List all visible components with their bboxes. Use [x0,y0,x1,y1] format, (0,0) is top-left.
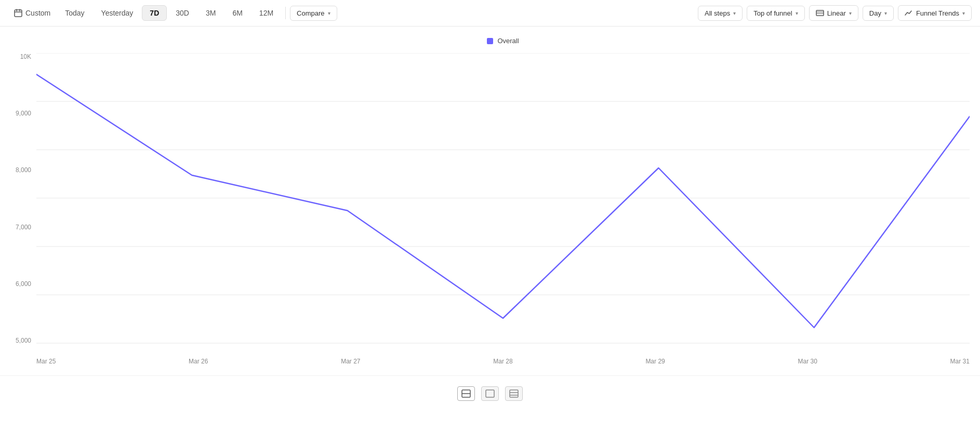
view-controls [0,375,980,411]
6m-button[interactable]: 6M [224,5,250,21]
chart-legend: Overall [36,37,970,45]
6m-label: 6M [232,9,242,17]
split-view-icon [461,389,471,398]
day-chevron-icon: ▾ [884,10,887,16]
toolbar: Custom Today Yesterday 7D 30D 3M 6M 12M … [0,0,980,27]
today-label: Today [65,9,84,17]
compare-label: Compare [297,9,324,17]
day-label: Day [869,9,881,17]
calendar-button[interactable]: Custom [8,5,56,21]
compare-chevron-icon: ▾ [328,10,330,16]
12m-label: 12M [259,9,273,17]
linear-label: Linear [827,9,846,17]
linear-dropdown[interactable]: Linear ▾ [809,5,858,21]
funnel-trends-icon [905,9,913,17]
all-steps-label: All steps [705,9,730,17]
y-label-9000: 9,000 [5,110,31,117]
all-steps-dropdown[interactable]: All steps ▾ [698,6,743,21]
chart-line [36,74,970,328]
x-label-mar31: Mar 31 [950,358,970,365]
7d-label: 7D [150,9,159,17]
toolbar-divider [285,7,286,19]
single-view-icon [485,389,495,398]
time-range-controls: Custom Today Yesterday 7D 30D 3M 6M 12M … [8,5,337,21]
line-chart-wrapper: 10K 9,000 8,000 7,000 6,000 5,000 Mar 25… [36,53,970,344]
x-label-mar26: Mar 26 [189,358,208,365]
linear-chevron-icon: ▾ [849,10,852,16]
svg-rect-16 [486,390,494,397]
compact-view-button[interactable] [505,386,523,401]
today-button[interactable]: Today [57,5,92,21]
top-of-funnel-label: Top of funnel [753,9,792,17]
funnel-trends-label: Funnel Trends [916,9,959,17]
7d-button[interactable]: 7D [142,5,167,21]
svg-rect-4 [816,10,824,16]
x-label-mar29: Mar 29 [645,358,665,365]
calendar-icon [14,9,22,17]
svg-rect-0 [15,10,22,17]
x-label-mar28: Mar 28 [493,358,512,365]
linear-icon [816,9,824,17]
y-axis: 10K 9,000 8,000 7,000 6,000 5,000 [5,53,31,344]
filter-controls: All steps ▾ Top of funnel ▾ Linear ▾ Day… [698,5,972,21]
single-view-button[interactable] [481,386,499,401]
y-label-7000: 7,000 [5,224,31,231]
y-label-8000: 8,000 [5,166,31,174]
30d-button[interactable]: 30D [168,5,197,21]
day-dropdown[interactable]: Day ▾ [863,6,894,21]
legend-label: Overall [497,37,519,45]
all-steps-chevron-icon: ▾ [733,10,736,16]
compact-view-icon [509,389,519,398]
funnel-trends-chevron-icon: ▾ [962,10,965,16]
chart-container: Overall 10K 9,000 8,000 7,000 6,000 5,00… [0,27,980,375]
svg-rect-17 [510,390,518,397]
funnel-trends-dropdown[interactable]: Funnel Trends ▾ [898,5,972,21]
custom-label: Custom [25,9,50,17]
x-axis: Mar 25 Mar 26 Mar 27 Mar 28 Mar 29 Mar 3… [36,358,970,365]
legend-color-dot [487,38,493,44]
y-label-5000: 5,000 [5,337,31,344]
yesterday-button[interactable]: Yesterday [94,5,141,21]
3m-button[interactable]: 3M [198,5,223,21]
line-chart-svg [36,53,970,344]
x-label-mar25: Mar 25 [36,358,56,365]
3m-label: 3M [206,9,216,17]
top-of-funnel-dropdown[interactable]: Top of funnel ▾ [747,6,804,21]
y-label-6000: 6,000 [5,280,31,288]
yesterday-label: Yesterday [101,9,134,17]
x-label-mar27: Mar 27 [341,358,360,365]
30d-label: 30D [176,9,189,17]
y-label-10k: 10K [5,53,31,60]
split-view-button[interactable] [457,386,475,401]
12m-button[interactable]: 12M [251,5,281,21]
compare-dropdown[interactable]: Compare ▾ [290,6,337,21]
top-of-funnel-chevron-icon: ▾ [796,10,798,16]
x-label-mar30: Mar 30 [798,358,817,365]
